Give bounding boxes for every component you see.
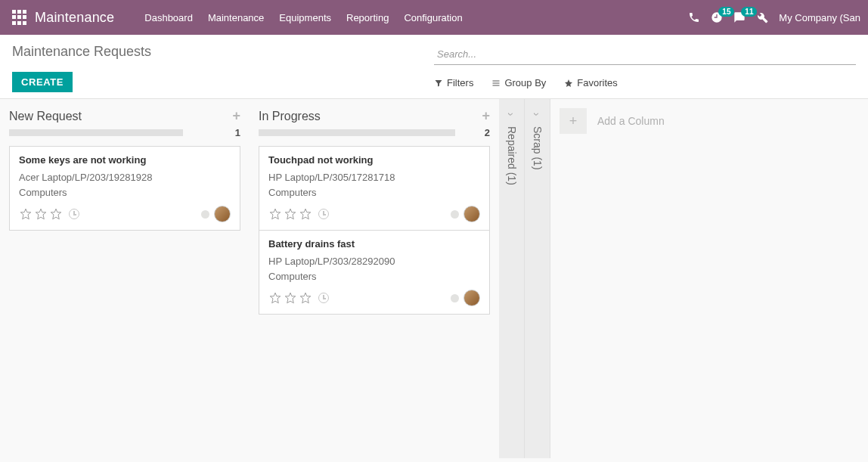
priority-stars[interactable]	[268, 291, 329, 305]
card-title: Some keys are not working	[19, 154, 231, 166]
folded-label: Scrap (1)	[532, 126, 544, 170]
star-icon	[564, 79, 573, 88]
apps-icon[interactable]	[12, 10, 27, 25]
quick-create-icon[interactable]: +	[232, 108, 240, 124]
state-dot[interactable]	[451, 294, 459, 302]
avatar[interactable]	[463, 290, 480, 306]
menu-equipments[interactable]: Equipments	[279, 12, 331, 23]
tools-icon[interactable]	[756, 11, 768, 23]
chevron-icon: ›	[531, 113, 543, 116]
priority-stars[interactable]	[268, 207, 329, 221]
menu-configuration[interactable]: Configuration	[404, 12, 462, 23]
progress-bar[interactable]	[9, 129, 183, 136]
star-outline-icon	[268, 207, 282, 221]
clock-icon[interactable]	[318, 209, 329, 219]
filters-label: Filters	[447, 77, 473, 88]
kanban-card[interactable]: Battery drains fast HP Laptop/LP/303/282…	[259, 230, 490, 315]
star-outline-icon	[34, 207, 48, 221]
nav-menu: Dashboard Maintenance Equipments Reporti…	[144, 12, 462, 23]
card-equipment: Acer Laptop/LP/203/19281928	[19, 170, 231, 185]
card-category: Computers	[268, 269, 480, 284]
funnel-icon	[434, 79, 443, 88]
column-count: 1	[235, 127, 240, 138]
discuss-icon[interactable]: 11	[733, 11, 746, 23]
card-category: Computers	[19, 185, 231, 200]
star-outline-icon	[49, 207, 63, 221]
kanban-card[interactable]: Some keys are not working Acer Laptop/LP…	[9, 146, 240, 231]
clock-icon[interactable]	[69, 209, 79, 219]
groupby-button[interactable]: Group By	[491, 77, 546, 88]
menu-maintenance[interactable]: Maintenance	[208, 12, 264, 23]
state-dot[interactable]	[201, 210, 209, 219]
page-title: Maintenance Requests	[12, 44, 434, 60]
company-selector[interactable]: My Company (San	[779, 12, 860, 23]
clock-icon[interactable]	[318, 293, 329, 303]
search-input[interactable]	[434, 44, 856, 65]
favorites-button[interactable]: Favorites	[564, 77, 617, 88]
folded-column-repaired[interactable]: › Repaired (1)	[499, 99, 525, 458]
priority-stars[interactable]	[19, 207, 79, 221]
quick-create-icon[interactable]: +	[482, 108, 490, 124]
control-panel: Maintenance Requests CREATE Filters Grou…	[0, 35, 868, 99]
create-button[interactable]: CREATE	[12, 72, 73, 92]
avatar[interactable]	[463, 206, 480, 222]
folded-column-scrap[interactable]: › Scrap (1)	[525, 99, 550, 458]
kanban-card[interactable]: Touchpad not working HP Laptop/LP/305/17…	[259, 146, 490, 231]
folded-label: Repaired (1)	[506, 126, 518, 185]
menu-reporting[interactable]: Reporting	[346, 12, 389, 23]
kanban-column-new-request: New Request + 1 Some keys are not workin…	[0, 99, 250, 458]
activity-badge: 15	[718, 7, 734, 17]
add-column-area: + Add a Column	[550, 99, 777, 458]
state-dot[interactable]	[451, 210, 459, 219]
card-title: Battery drains fast	[268, 238, 480, 250]
add-column-plus-icon[interactable]: +	[560, 108, 587, 134]
groupby-label: Group By	[504, 77, 546, 88]
message-badge: 11	[741, 7, 757, 17]
app-brand[interactable]: Maintenance	[35, 10, 114, 26]
card-category: Computers	[268, 185, 480, 200]
card-equipment: HP Laptop/LP/305/17281718	[268, 170, 480, 185]
add-column-label[interactable]: Add a Column	[597, 115, 665, 127]
star-outline-icon	[299, 291, 312, 305]
favorites-label: Favorites	[577, 77, 617, 88]
list-icon	[491, 79, 501, 88]
phone-icon[interactable]	[688, 11, 700, 23]
menu-dashboard[interactable]: Dashboard	[144, 12, 193, 23]
chevron-icon: ›	[505, 113, 517, 116]
kanban-column-in-progress: In Progress + 2 Touchpad not working HP …	[250, 99, 499, 458]
star-outline-icon	[284, 207, 297, 221]
column-title[interactable]: New Request	[9, 110, 82, 123]
star-outline-icon	[19, 207, 33, 221]
star-outline-icon	[284, 291, 297, 305]
star-outline-icon	[268, 291, 282, 305]
main-navbar: Maintenance Dashboard Maintenance Equipm…	[0, 0, 868, 35]
card-equipment: HP Laptop/LP/303/28292090	[268, 254, 480, 269]
column-title[interactable]: In Progress	[259, 110, 321, 123]
column-count: 2	[485, 127, 490, 138]
filters-button[interactable]: Filters	[434, 77, 473, 88]
card-title: Touchpad not working	[268, 154, 480, 166]
progress-bar[interactable]	[259, 129, 455, 136]
activity-icon[interactable]: 15	[711, 11, 723, 23]
avatar[interactable]	[214, 206, 231, 222]
kanban-board: New Request + 1 Some keys are not workin…	[0, 99, 868, 458]
star-outline-icon	[299, 207, 312, 221]
